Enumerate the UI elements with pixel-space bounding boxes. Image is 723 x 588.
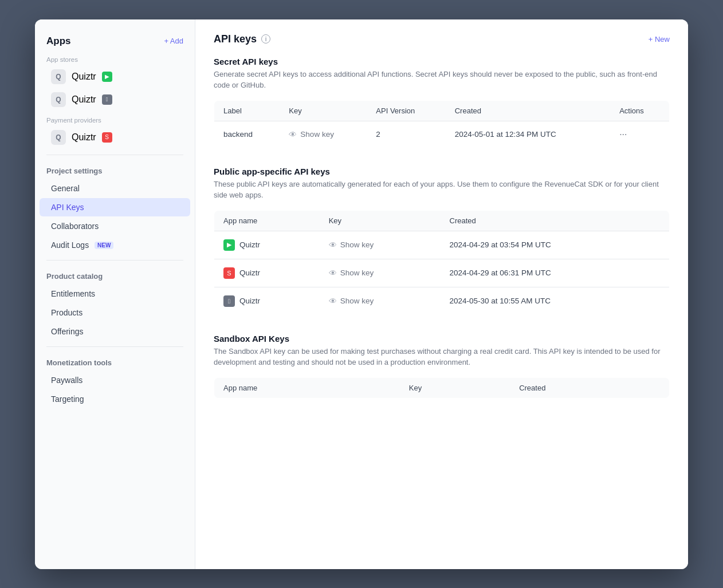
info-icon[interactable]: i: [261, 34, 270, 44]
sidebar-apps-header: Apps + Add: [35, 31, 195, 50]
col-api-version: API Version: [367, 100, 445, 121]
app-name-cell: S Quiztr: [214, 259, 320, 287]
sidebar-apps-title: Apps: [46, 35, 71, 47]
sidebar-item-quiztr-stripe[interactable]: Q Quiztr S: [40, 126, 190, 149]
eye-icon: 👁: [329, 297, 337, 306]
sidebar-divider-3: [46, 346, 183, 347]
project-settings-label: Project settings: [35, 161, 195, 179]
sidebar: Apps + Add App stores Q Quiztr ▶ Q Quizt…: [35, 19, 195, 569]
secret-section-desc: Generate secret API keys to access addit…: [214, 69, 670, 91]
app-name: Quiztr: [72, 72, 96, 82]
app-name-text: Quiztr: [239, 297, 260, 305]
app-name: Quiztr: [72, 132, 96, 143]
created-cell: 2024-04-29 at 06:31 PM UTC: [441, 259, 670, 287]
created-cell: 2024-05-30 at 10:55 AM UTC: [441, 287, 670, 315]
created-cell: 2024-04-29 at 03:54 PM UTC: [441, 231, 670, 259]
table-row: ▶ Quiztr 👁 Show key 2024-04-29 at 03:54 …: [214, 231, 670, 259]
new-badge: NEW: [95, 242, 113, 249]
sidebar-item-quiztr-android[interactable]: Q Quiztr ▶: [40, 65, 190, 88]
sandbox-section-title: Sandbox API Keys: [214, 334, 670, 344]
new-button[interactable]: + New: [649, 35, 670, 44]
sidebar-item-offerings[interactable]: Offerings: [40, 322, 190, 341]
apple-icon: : [223, 295, 235, 307]
secret-section-title: Secret API keys: [214, 57, 670, 66]
actions-button[interactable]: ···: [619, 129, 627, 140]
key-cell: 👁 Show key: [320, 231, 441, 259]
col-key: Key: [320, 210, 441, 231]
table-row: S Quiztr 👁 Show key 2024-04-29 at 06:31 …: [214, 259, 670, 287]
page-header: API keys i + New: [214, 33, 670, 45]
stripe-icon: S: [102, 132, 112, 143]
page-title-text: API keys: [214, 33, 257, 45]
public-section-desc: These public API keys are automatically …: [214, 179, 670, 201]
stripe-icon: S: [223, 267, 235, 279]
key-cell: 👁 Show key: [320, 287, 441, 315]
col-app-name: App name: [214, 377, 400, 398]
sidebar-item-paywalls[interactable]: Paywalls: [40, 371, 190, 389]
apple-icon: : [102, 94, 112, 105]
eye-icon: 👁: [329, 269, 337, 278]
secret-key-cell: 👁 Show key: [280, 121, 367, 148]
sidebar-item-general[interactable]: General: [40, 179, 190, 198]
col-created: Created: [446, 100, 610, 121]
actions-cell: ···: [610, 121, 669, 148]
sidebar-item-quiztr-apple[interactable]: Q Quiztr : [40, 88, 190, 111]
sidebar-item-entitlements[interactable]: Entitlements: [40, 285, 190, 303]
app-name-cell:  Quiztr: [214, 287, 320, 315]
android-icon: ▶: [102, 72, 112, 82]
app-icon: Q: [51, 130, 66, 145]
sandbox-api-keys-section: Sandbox API Keys The Sandbox API key can…: [214, 334, 670, 398]
add-app-button[interactable]: + Add: [164, 37, 183, 45]
monetization-label: Monetization tools: [35, 353, 195, 370]
public-section-title: Public app-specific API keys: [214, 167, 670, 176]
app-icon: Q: [51, 69, 66, 84]
app-name-text: Quiztr: [239, 269, 260, 277]
eye-icon: 👁: [329, 240, 337, 250]
show-key-button[interactable]: 👁 Show key: [289, 130, 334, 139]
secret-api-keys-section: Secret API keys Generate secret API keys…: [214, 57, 670, 148]
key-cell: 👁 Show key: [320, 259, 441, 287]
col-actions: Actions: [610, 100, 669, 121]
app-name-with-icon: S Quiztr: [223, 267, 311, 279]
sidebar-divider-2: [46, 260, 183, 261]
app-stores-label: App stores: [35, 50, 195, 65]
show-key-button[interactable]: 👁 Show key: [329, 240, 374, 250]
sidebar-item-api-keys[interactable]: API Keys: [40, 198, 190, 216]
android-icon: ▶: [223, 239, 235, 251]
payment-providers-label: Payment providers: [35, 111, 195, 126]
app-name-with-icon:  Quiztr: [223, 295, 311, 307]
table-row:  Quiztr 👁 Show key 2024-05-30 at 10:55 …: [214, 287, 670, 315]
col-created: Created: [510, 377, 669, 398]
app-name-cell: ▶ Quiztr: [214, 231, 320, 259]
app-icon: Q: [51, 92, 66, 107]
app-window: Apps + Add App stores Q Quiztr ▶ Q Quizt…: [35, 19, 688, 569]
main-content: API keys i + New Secret API keys Generat…: [195, 19, 688, 569]
api-version-cell: 2: [367, 121, 445, 148]
sidebar-item-audit-logs[interactable]: Audit Logs NEW: [40, 236, 190, 254]
col-created: Created: [441, 210, 670, 231]
sidebar-divider-1: [46, 155, 183, 155]
sidebar-item-products[interactable]: Products: [40, 303, 190, 322]
app-name-with-icon: ▶ Quiztr: [223, 239, 311, 251]
sidebar-item-collaborators[interactable]: Collaborators: [40, 217, 190, 235]
app-name-text: Quiztr: [239, 240, 260, 249]
col-app-name: App name: [214, 210, 320, 231]
created-cell: 2024-05-01 at 12:34 PM UTC: [446, 121, 610, 148]
public-api-table: App name Key Created ▶ Quiztr: [214, 210, 670, 315]
col-key: Key: [280, 100, 367, 121]
table-row: backend 👁 Show key 2 2024-05-01 at 12:34…: [214, 121, 670, 148]
sidebar-item-targeting[interactable]: Targeting: [40, 390, 190, 408]
show-key-button[interactable]: 👁 Show key: [329, 269, 374, 278]
col-label: Label: [214, 100, 280, 121]
secret-key-label: backend: [214, 121, 280, 148]
secret-api-table: Label Key API Version Created Actions ba…: [214, 100, 670, 148]
page-title: API keys i: [214, 33, 270, 45]
app-name: Quiztr: [72, 94, 96, 105]
col-key: Key: [400, 377, 510, 398]
show-key-button[interactable]: 👁 Show key: [329, 297, 374, 306]
product-catalog-label: Product catalog: [35, 266, 195, 284]
sandbox-section-desc: The Sandbox API key can be used for maki…: [214, 346, 670, 368]
eye-icon: 👁: [289, 130, 297, 139]
sandbox-api-table: App name Key Created: [214, 377, 670, 398]
public-api-keys-section: Public app-specific API keys These publi…: [214, 167, 670, 315]
